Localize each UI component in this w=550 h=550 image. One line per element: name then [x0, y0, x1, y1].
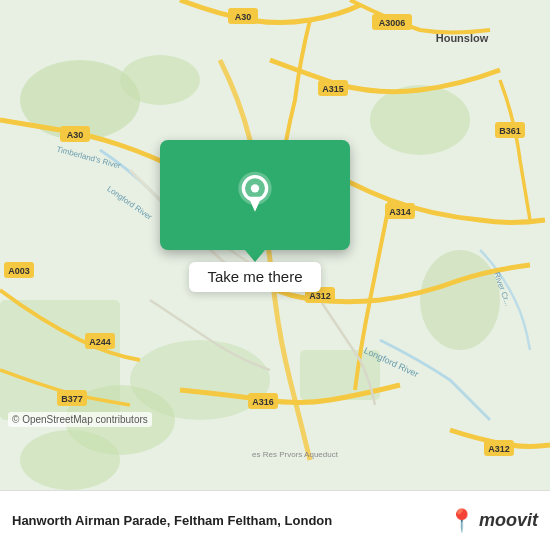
- svg-text:A003: A003: [8, 266, 30, 276]
- popup-label-text: Take me there: [207, 268, 302, 285]
- moovit-pin-icon: 📍: [448, 508, 475, 534]
- location-name: Hanworth Airman Parade, Feltham Feltham,…: [12, 513, 448, 528]
- svg-text:B361: B361: [499, 126, 521, 136]
- svg-point-42: [251, 184, 259, 192]
- svg-text:B377: B377: [61, 394, 83, 404]
- moovit-logo: 📍 moovit: [448, 508, 538, 534]
- svg-text:A244: A244: [89, 337, 111, 347]
- svg-point-5: [420, 250, 500, 350]
- svg-point-9: [20, 430, 120, 490]
- svg-point-3: [370, 85, 470, 155]
- moovit-text: moovit: [479, 510, 538, 531]
- svg-text:A314: A314: [389, 207, 411, 217]
- svg-text:es Res  Prvors Aqueduct: es Res Prvors Aqueduct: [252, 450, 339, 459]
- svg-text:A315: A315: [322, 84, 344, 94]
- svg-text:A30: A30: [235, 12, 252, 22]
- popup-triangle: [245, 250, 265, 262]
- svg-text:Hounslow: Hounslow: [436, 32, 489, 44]
- svg-text:A312: A312: [309, 291, 331, 301]
- bottom-bar: Hanworth Airman Parade, Feltham Feltham,…: [0, 490, 550, 550]
- svg-point-2: [120, 55, 200, 105]
- take-me-there-button[interactable]: [160, 140, 350, 250]
- location-info: Hanworth Airman Parade, Feltham Feltham,…: [12, 513, 448, 528]
- osm-credit: © OpenStreetMap contributors: [8, 412, 152, 427]
- popup-label-box: Take me there: [189, 262, 320, 292]
- svg-text:A312: A312: [488, 444, 510, 454]
- svg-text:A3006: A3006: [379, 18, 406, 28]
- svg-text:A30: A30: [67, 130, 84, 140]
- map-container: A30 A3006 Hounslow A315 A30 B361 A314 A3…: [0, 0, 550, 490]
- popup: Take me there: [155, 140, 355, 292]
- svg-text:A316: A316: [252, 397, 274, 407]
- location-pin-icon: [230, 170, 280, 220]
